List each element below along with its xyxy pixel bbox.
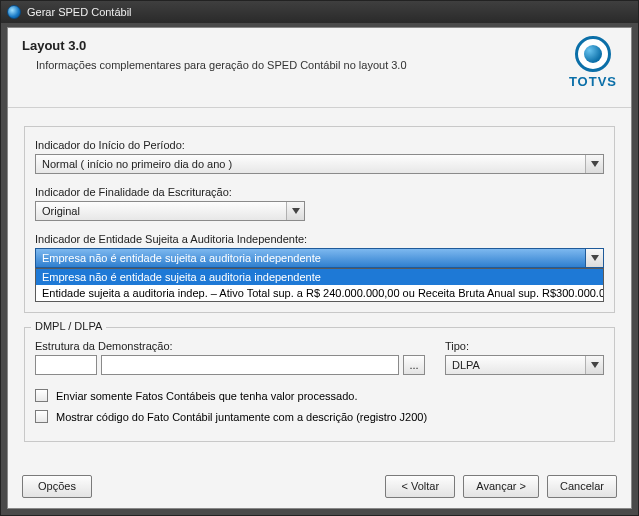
dmpl-fieldset: DMPL / DLPA Estrutura da Demonstração: .…	[24, 327, 615, 442]
enviar-fatos-label: Enviar somente Fatos Contábeis que tenha…	[56, 390, 357, 402]
auditoria-dropdown[interactable]: Empresa não é entidade sujeita a auditor…	[35, 268, 604, 302]
chevron-down-icon	[585, 356, 603, 374]
cancel-button[interactable]: Cancelar	[547, 475, 617, 498]
auditoria-option-1[interactable]: Entidade sujeita a auditoria indep. – At…	[36, 285, 603, 301]
auditoria-option-0[interactable]: Empresa não é entidade sujeita a auditor…	[36, 269, 603, 285]
mostrar-codigo-label: Mostrar código do Fato Contábil juntamen…	[56, 411, 427, 423]
inicio-periodo-value: Normal ( início no primeiro dia do ano )	[36, 158, 585, 170]
inicio-periodo-select[interactable]: Normal ( início no primeiro dia do ano )	[35, 154, 604, 174]
finalidade-value: Original	[36, 205, 286, 217]
window: Gerar SPED Contábil Layout 3.0 Informaçõ…	[0, 0, 639, 516]
tipo-label: Tipo:	[445, 340, 604, 352]
brand-logo: TOTVS	[569, 36, 617, 89]
chevron-down-icon	[585, 249, 603, 267]
options-button[interactable]: Opções	[22, 475, 92, 498]
auditoria-label: Indicador de Entidade Sujeita a Auditori…	[35, 233, 604, 245]
main-fieldset: Indicador do Início do Período: Normal (…	[24, 126, 615, 313]
estrutura-code-input[interactable]	[35, 355, 97, 375]
estrutura-label: Estrutura da Demonstração:	[35, 340, 425, 352]
window-title: Gerar SPED Contábil	[27, 6, 132, 18]
estrutura-desc-input[interactable]	[101, 355, 399, 375]
finalidade-label: Indicador de Finalidade da Escrituração:	[35, 186, 604, 198]
body: Indicador do Início do Período: Normal (…	[8, 108, 631, 466]
enviar-fatos-checkbox[interactable]	[35, 389, 48, 402]
dmpl-legend: DMPL / DLPA	[31, 320, 106, 332]
estrutura-browse-button[interactable]: ...	[403, 355, 425, 375]
header: Layout 3.0 Informações complementares pa…	[8, 28, 631, 108]
brand-text: TOTVS	[569, 74, 617, 89]
titlebar: Gerar SPED Contábil	[1, 1, 638, 23]
mostrar-codigo-checkbox[interactable]	[35, 410, 48, 423]
page-title: Layout 3.0	[22, 38, 617, 53]
tipo-value: DLPA	[446, 359, 585, 371]
chevron-down-icon	[286, 202, 304, 220]
next-button[interactable]: Avançar >	[463, 475, 539, 498]
auditoria-value: Empresa não é entidade sujeita a auditor…	[36, 252, 585, 264]
auditoria-select[interactable]: Empresa não é entidade sujeita a auditor…	[35, 248, 604, 268]
inicio-periodo-label: Indicador do Início do Período:	[35, 139, 604, 151]
tipo-select[interactable]: DLPA	[445, 355, 604, 375]
chevron-down-icon	[585, 155, 603, 173]
footer: Opções < Voltar Avançar > Cancelar	[8, 464, 631, 508]
back-button[interactable]: < Voltar	[385, 475, 455, 498]
page-subtitle: Informações complementares para geração …	[36, 59, 617, 71]
brand-icon	[575, 36, 611, 72]
app-icon	[7, 5, 21, 19]
finalidade-select[interactable]: Original	[35, 201, 305, 221]
client-area: Layout 3.0 Informações complementares pa…	[7, 27, 632, 509]
